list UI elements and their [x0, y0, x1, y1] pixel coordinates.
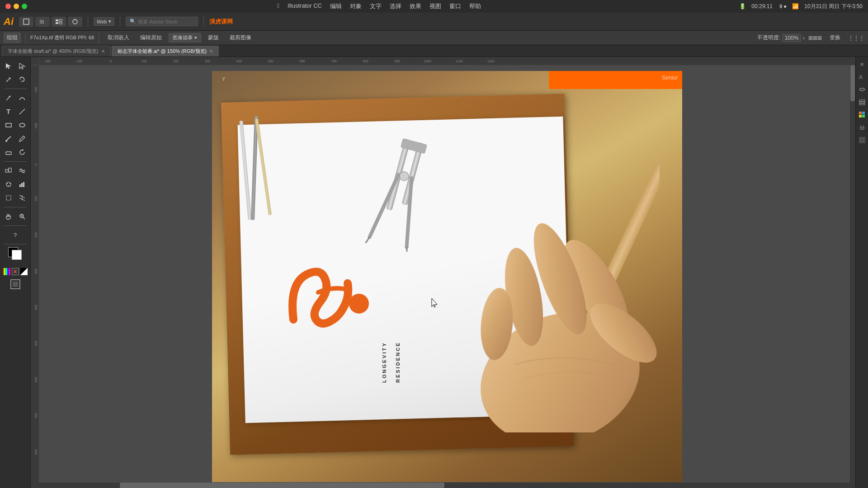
toolbar-tools: St	[19, 17, 82, 27]
svg-point-72	[349, 294, 369, 314]
svg-point-13	[5, 140, 7, 142]
scrollbar-thumb-v[interactable]	[850, 65, 855, 101]
svg-rect-84	[859, 103, 865, 105]
character-icon[interactable]	[858, 85, 867, 94]
search-box[interactable]: 🔍	[126, 17, 198, 26]
layers-icon[interactable]	[858, 98, 867, 107]
tab-main-label: 标志字体全能番.ai* @ 150% (RGB/预览)	[118, 48, 207, 55]
maximize-button[interactable]	[22, 4, 27, 9]
artboard-panel-icon[interactable]	[858, 136, 867, 145]
none-swatch[interactable]: ×	[12, 268, 19, 275]
scrollbar-thumb-h[interactable]	[120, 483, 444, 488]
opacity-value[interactable]: 100%	[782, 34, 801, 42]
crop-button[interactable]: 裁剪图像	[226, 33, 255, 43]
menu-app[interactable]: Illustrator CC	[284, 1, 326, 11]
svg-text:500: 500	[34, 341, 38, 346]
apple-menu[interactable]: 	[274, 1, 283, 11]
more-button[interactable]: ⋮⋮⋮	[848, 35, 864, 41]
selection-tool[interactable]	[2, 60, 15, 72]
menu-view[interactable]: 窗口	[446, 1, 465, 11]
menu-text[interactable]: 选择	[386, 1, 405, 11]
artboard[interactable]: LONGEVITY RESIDENCE	[212, 71, 682, 482]
cursor-overlay	[428, 298, 439, 311]
pen-tool[interactable]	[2, 92, 15, 104]
line-tool[interactable]	[16, 105, 28, 118]
column-graph-tool[interactable]	[16, 178, 28, 191]
ruler-left: -200 -100 0 100 200 300 400 500 600 700 …	[31, 57, 39, 488]
color-gradient-icon[interactable]	[3, 268, 10, 275]
symbol-tool[interactable]	[2, 178, 15, 191]
menu-help[interactable]	[486, 1, 493, 11]
group-button[interactable]: 组组	[4, 33, 21, 43]
warp-tool[interactable]	[16, 164, 28, 177]
artboard-icon-bottom[interactable]	[9, 278, 22, 292]
arrange-button[interactable]	[68, 17, 82, 27]
svg-line-69	[394, 178, 425, 247]
canvas-area[interactable]: -200 -100 0 100 200 300 400 500 600 700 …	[31, 57, 855, 488]
view-mode-button[interactable]	[52, 17, 66, 27]
eraser-tool[interactable]	[2, 146, 15, 159]
workspace-dropdown[interactable]: Web ▾	[94, 17, 114, 26]
cancel-embed-button[interactable]: 取消嵌入	[104, 33, 133, 43]
mask-button[interactable]: 蒙版	[204, 33, 223, 43]
ellipse-tool[interactable]	[16, 119, 28, 131]
lasso-tool[interactable]	[16, 73, 28, 86]
close-button[interactable]	[5, 4, 11, 9]
tab-draft-close[interactable]: ✕	[101, 49, 105, 54]
rectangle-tool[interactable]	[2, 119, 15, 131]
slice-tool[interactable]	[16, 192, 28, 204]
zoom-tool[interactable]	[16, 210, 28, 223]
main-layout: T	[0, 57, 868, 488]
svg-text:400: 400	[34, 305, 38, 310]
stroke-color-swatch[interactable]	[12, 250, 22, 260]
new-doc-button[interactable]	[19, 17, 33, 27]
scrollbar-vertical[interactable]	[850, 65, 855, 488]
svg-rect-11	[6, 123, 11, 127]
minimize-button[interactable]	[14, 4, 19, 9]
brush-tools-row	[2, 132, 28, 145]
svg-rect-0	[24, 19, 29, 24]
menu-select[interactable]: 效果	[406, 1, 425, 11]
type-tool[interactable]: T	[2, 105, 15, 118]
opacity-expand[interactable]: ›	[803, 35, 805, 41]
tab-draft[interactable]: 字体全能番 draft.ai* @ 400% (RGB/预览) ✕	[2, 46, 111, 56]
links-icon[interactable]	[858, 123, 867, 132]
artboard-tool[interactable]	[2, 192, 15, 204]
grid-icon[interactable]: ⊞⊞⊞	[808, 35, 822, 41]
menu-window[interactable]: 帮助	[466, 1, 485, 11]
question-tool[interactable]: ?	[9, 229, 22, 241]
opacity-control: 不透明度: 100% ›	[757, 34, 805, 42]
swatches-icon[interactable]	[858, 110, 867, 119]
properties-icon[interactable]: A	[858, 72, 867, 81]
magic-wand-tool[interactable]	[2, 73, 15, 86]
pencil-tool[interactable]	[16, 132, 28, 145]
image-trace-dropdown[interactable]: 图像描摹 ▾	[169, 33, 201, 42]
watermark: 演虎课网	[209, 18, 233, 26]
panel-toggle-icon[interactable]: ≡	[858, 60, 867, 69]
switcher-button[interactable]: St	[35, 17, 50, 27]
date-display: 10月31日 周日 下午3:50	[804, 3, 863, 10]
transform-button[interactable]: 变换	[826, 33, 844, 43]
type-tool-icon: T	[6, 108, 10, 115]
svg-line-10	[19, 109, 25, 114]
menu-edit[interactable]: 对象	[346, 1, 365, 11]
swap-colors-icon[interactable]	[20, 268, 28, 275]
paintbrush-tool[interactable]	[2, 132, 15, 145]
menu-file[interactable]: 编辑	[326, 1, 345, 11]
direct-select-tool[interactable]	[16, 60, 28, 72]
scale-tool[interactable]	[2, 164, 15, 177]
wifi-icon: 📶	[792, 3, 799, 9]
tab-draft-label: 字体全能番 draft.ai* @ 400% (RGB/预览)	[8, 48, 99, 55]
search-input[interactable]	[138, 19, 194, 24]
menu-object[interactable]: 文字	[366, 1, 385, 11]
svg-point-12	[19, 123, 25, 127]
hand-tool[interactable]	[2, 210, 15, 223]
menu-effects[interactable]: 视图	[426, 1, 445, 11]
scrollbar-horizontal[interactable]	[39, 483, 850, 488]
tab-main-close[interactable]: ✕	[209, 49, 213, 54]
curvature-tool[interactable]	[16, 92, 28, 104]
tab-main[interactable]: 标志字体全能番.ai* @ 150% (RGB/预览) ✕	[112, 46, 219, 56]
svg-rect-22	[21, 183, 23, 187]
edit-original-button[interactable]: 编辑原始	[136, 33, 166, 43]
rotate-tool[interactable]	[16, 146, 28, 159]
